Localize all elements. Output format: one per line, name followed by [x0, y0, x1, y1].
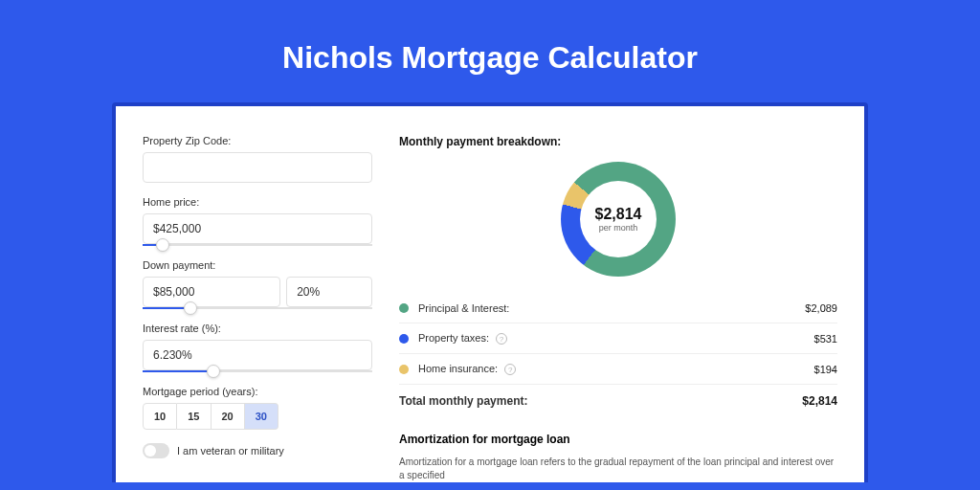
- price-label: Home price:: [143, 196, 372, 208]
- dot-icon: [399, 303, 409, 313]
- dot-icon: [399, 365, 409, 374]
- zip-input[interactable]: [143, 152, 372, 183]
- price-input[interactable]: [143, 213, 372, 244]
- pi-label: Principal & Interest:: [418, 302, 805, 314]
- breakdown-heading: Monthly payment breakdown:: [399, 135, 837, 148]
- donut-chart: $2,814 per month: [399, 162, 837, 277]
- line-home-insurance: Home insurance: ? $194: [399, 354, 837, 385]
- rate-slider-knob[interactable]: [207, 365, 220, 378]
- period-label: Mortgage period (years):: [143, 386, 372, 397]
- donut-value: $2,814: [595, 206, 642, 223]
- amortization-heading: Amortization for mortgage loan: [399, 433, 837, 446]
- donut-sublabel: per month: [599, 223, 638, 233]
- down-pct-input[interactable]: [286, 277, 372, 307]
- down-label: Down payment:: [143, 259, 372, 271]
- calculator-card: Property Zip Code: Home price: Down paym…: [116, 106, 864, 482]
- price-slider-knob[interactable]: [156, 238, 169, 252]
- help-icon[interactable]: ?: [496, 333, 507, 345]
- period-30-button[interactable]: 30: [245, 403, 278, 430]
- veteran-toggle[interactable]: [143, 443, 169, 458]
- total-label: Total monthly payment:: [399, 394, 802, 408]
- total-row: Total monthly payment: $2,814: [399, 385, 837, 417]
- pi-value: $2,089: [805, 302, 837, 314]
- total-value: $2,814: [802, 394, 837, 408]
- page-title: Nichols Mortgage Calculator: [0, 0, 980, 102]
- veteran-label: I am veteran or military: [177, 445, 284, 457]
- rate-label: Interest rate (%):: [143, 323, 372, 334]
- price-slider[interactable]: [143, 244, 372, 246]
- period-15-button[interactable]: 15: [177, 403, 211, 430]
- card-shadow: Property Zip Code: Home price: Down paym…: [112, 102, 868, 482]
- line-property-tax: Property taxes: ? $531: [399, 323, 837, 354]
- tax-value: $531: [814, 333, 837, 345]
- amortization-text: Amortization for a mortgage loan refers …: [399, 456, 837, 482]
- help-icon[interactable]: ?: [504, 364, 516, 375]
- dot-icon: [399, 334, 409, 344]
- ins-label: Home insurance: ?: [418, 363, 814, 375]
- tax-label: Property taxes: ?: [418, 332, 814, 345]
- veteran-toggle-knob: [145, 445, 156, 457]
- form-column: Property Zip Code: Home price: Down paym…: [143, 135, 372, 482]
- rate-input[interactable]: [143, 340, 372, 370]
- line-principal-interest: Principal & Interest: $2,089: [399, 294, 837, 323]
- breakdown-column: Monthly payment breakdown: $2,814 per mo…: [399, 135, 837, 482]
- zip-label: Property Zip Code:: [143, 135, 372, 146]
- down-slider[interactable]: [143, 307, 372, 309]
- rate-slider[interactable]: [143, 370, 372, 372]
- down-slider-knob[interactable]: [184, 301, 197, 315]
- down-amount-input[interactable]: [143, 277, 280, 307]
- period-10-button[interactable]: 10: [143, 403, 177, 430]
- period-20-button[interactable]: 20: [212, 403, 245, 430]
- ins-value: $194: [814, 364, 837, 375]
